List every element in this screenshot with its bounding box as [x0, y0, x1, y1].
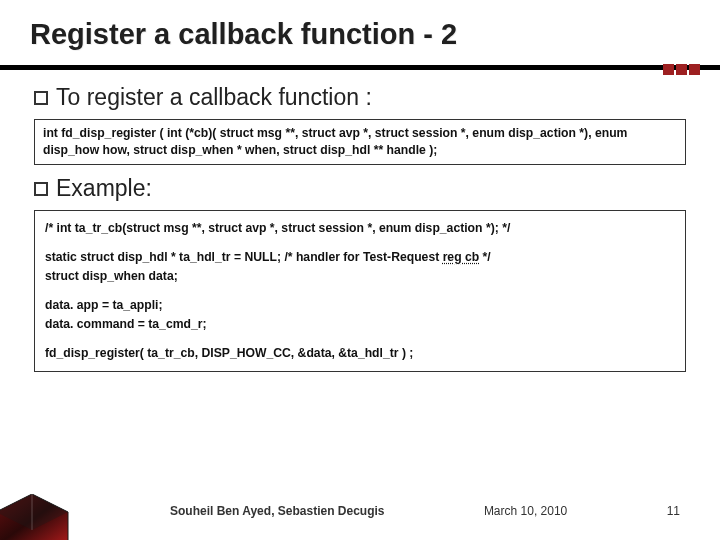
accent-square — [676, 64, 687, 75]
bullet-text: To register a callback function : — [56, 84, 372, 111]
bullet-item: Example: — [34, 175, 690, 202]
accent-squares — [663, 64, 700, 75]
bullet-square-icon — [34, 91, 48, 105]
code-line: fd_disp_register( ta_tr_cb, DISP_HOW_CC,… — [45, 344, 675, 363]
footer-page-number: 11 — [667, 504, 680, 518]
slide-title: Register a callback function - 2 — [30, 18, 690, 51]
code-example-box: /* int ta_tr_cb(struct msg **, struct av… — [34, 210, 686, 371]
slide: Register a callback function - 2 To regi… — [0, 0, 720, 540]
code-line: /* int ta_tr_cb(struct msg **, struct av… — [45, 219, 675, 238]
footer-date: March 10, 2010 — [484, 504, 567, 518]
corner-decoration — [0, 494, 70, 540]
bullet-item: To register a callback function : — [34, 84, 690, 111]
code-signature-box: int fd_disp_register ( int (*cb)( struct… — [34, 119, 686, 165]
footer: Souheil Ben Ayed, Sebastien Decugis Marc… — [0, 504, 720, 518]
bullet-text: Example: — [56, 175, 152, 202]
accent-square — [689, 64, 700, 75]
code-line: data. app = ta_appli; data. command = ta… — [45, 296, 675, 334]
accent-square — [663, 64, 674, 75]
horizontal-rule — [0, 65, 720, 70]
code-line: static struct disp_hdl * ta_hdl_tr = NUL… — [45, 248, 675, 286]
bullet-square-icon — [34, 182, 48, 196]
footer-authors: Souheil Ben Ayed, Sebastien Decugis — [170, 504, 385, 518]
